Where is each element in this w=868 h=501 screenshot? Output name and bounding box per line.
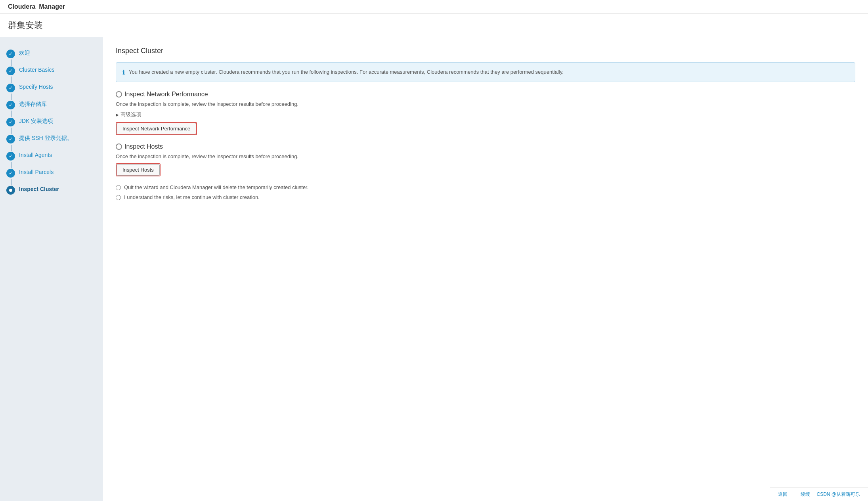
sidebar-item-install-agents[interactable]: ✓ Install Agents: [0, 147, 103, 164]
platform-label: CSDN @从着嗨可乐: [816, 491, 860, 498]
hosts-section-title: Inspect Hosts: [116, 143, 855, 150]
sidebar-label-specify-hosts: Specify Hosts: [19, 83, 53, 91]
radio-continue[interactable]: [116, 195, 121, 200]
hosts-title-text: Inspect Hosts: [124, 143, 163, 150]
select-storage-icon: ✓: [6, 101, 15, 109]
sidebar-item-ssh[interactable]: ✓ 提供 SSH 登录凭据。: [0, 130, 103, 147]
sidebar-label-ssh: 提供 SSH 登录凭据。: [19, 134, 73, 142]
specify-hosts-icon: ✓: [6, 84, 15, 92]
advanced-toggle[interactable]: ▶ 高级选项: [116, 111, 855, 118]
sidebar-label-select-storage: 选择存储库: [19, 100, 47, 108]
page-title: 群集安装: [8, 19, 860, 31]
footer-divider: [794, 491, 794, 498]
user-label: 绫绫: [801, 491, 810, 498]
hosts-circle-icon: [116, 143, 122, 150]
network-title-text: Inspect Network Performance: [124, 91, 208, 98]
sidebar-item-cluster-basics[interactable]: ✓ Cluster Basics: [0, 62, 103, 79]
sidebar-item-inspect-cluster[interactable]: Inspect Cluster: [0, 182, 103, 199]
hosts-section-desc: Once the inspection is complete, review …: [116, 153, 855, 159]
main-content: Inspect Cluster ℹ You have created a new…: [103, 37, 868, 501]
network-performance-section: Inspect Network Performance Once the ins…: [116, 91, 855, 135]
sidebar-item-welcome[interactable]: ✓ 欢迎: [0, 45, 103, 62]
jdk-icon: ✓: [6, 118, 15, 126]
radio-quit[interactable]: [116, 185, 121, 190]
info-text: You have created a new empty cluster. Cl…: [129, 68, 564, 76]
inspect-network-button-wrapper: Inspect Network Performance: [116, 122, 197, 135]
sidebar: ✓ 欢迎 ✓ Cluster Basics ✓ Specify Hosts ✓ …: [0, 37, 103, 501]
chevron-right-icon: ▶: [116, 113, 119, 117]
inspect-cluster-icon: [6, 186, 15, 195]
sidebar-label-install-agents: Install Agents: [19, 151, 52, 159]
back-link[interactable]: 返回: [778, 491, 788, 498]
app-header: Cloudera Manager: [0, 0, 868, 14]
brand-prefix: Cloudera: [8, 3, 35, 10]
brand: Cloudera Manager: [8, 3, 65, 10]
main-layout: ✓ 欢迎 ✓ Cluster Basics ✓ Specify Hosts ✓ …: [0, 37, 868, 501]
inspect-hosts-section: Inspect Hosts Once the inspection is com…: [116, 143, 855, 176]
inspect-hosts-button[interactable]: Inspect Hosts: [117, 164, 160, 176]
sidebar-label-inspect-cluster: Inspect Cluster: [19, 185, 59, 193]
page-title-bar: 群集安装: [0, 14, 868, 37]
sidebar-item-jdk[interactable]: ✓ JDK 安装选项: [0, 113, 103, 130]
network-section-desc: Once the inspection is complete, review …: [116, 101, 855, 107]
welcome-icon: ✓: [6, 50, 15, 58]
info-icon: ℹ: [122, 69, 125, 76]
info-box: ℹ You have created a new empty cluster. …: [116, 62, 855, 82]
install-parcels-icon: ✓: [6, 169, 15, 178]
sidebar-item-specify-hosts[interactable]: ✓ Specify Hosts: [0, 79, 103, 96]
content-title: Inspect Cluster: [116, 47, 855, 55]
brand-suffix: Manager: [39, 3, 65, 10]
sidebar-label-welcome: 欢迎: [19, 49, 30, 57]
radio-quit-label[interactable]: Quit the wizard and Cloudera Manager wil…: [124, 184, 308, 190]
sidebar-item-select-storage[interactable]: ✓ 选择存储库: [0, 96, 103, 113]
radio-option-quit: Quit the wizard and Cloudera Manager wil…: [116, 184, 855, 190]
radio-continue-label[interactable]: I understand the risks, let me continue …: [124, 194, 260, 200]
inspect-network-button[interactable]: Inspect Network Performance: [117, 123, 196, 134]
inspect-hosts-button-wrapper: Inspect Hosts: [116, 163, 161, 176]
sidebar-item-install-parcels[interactable]: ✓ Install Parcels: [0, 164, 103, 182]
network-section-title: Inspect Network Performance: [116, 91, 855, 98]
advanced-toggle-label: 高级选项: [120, 111, 141, 118]
footer-bar: 返回 绫绫 CSDN @从着嗨可乐: [770, 488, 868, 501]
sidebar-label-cluster-basics: Cluster Basics: [19, 66, 54, 74]
sidebar-label-install-parcels: Install Parcels: [19, 168, 54, 176]
radio-options-group: Quit the wizard and Cloudera Manager wil…: [116, 184, 855, 200]
sidebar-label-jdk: JDK 安装选项: [19, 117, 53, 125]
ssh-icon: ✓: [6, 135, 15, 143]
network-circle-icon: [116, 91, 122, 98]
cluster-basics-icon: ✓: [6, 67, 15, 75]
install-agents-icon: ✓: [6, 152, 15, 161]
radio-option-continue: I understand the risks, let me continue …: [116, 194, 855, 200]
